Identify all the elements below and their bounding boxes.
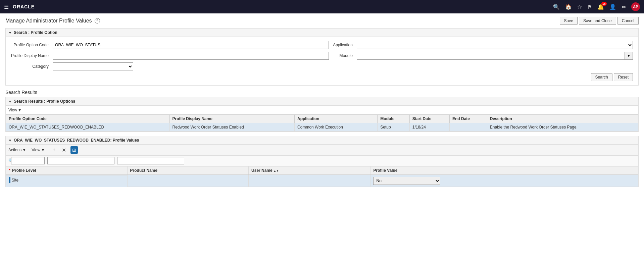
menu-icon[interactable]: ☰ bbox=[4, 4, 9, 10]
flag-icon[interactable]: ⚑ bbox=[587, 4, 592, 10]
cancel-button[interactable]: Cancel bbox=[617, 17, 639, 25]
topbar: ☰ ORACLE 🔍 🏠 ☆ ⚑ 🔔 👤 ⇔ AP bbox=[0, 0, 644, 13]
cell-module: Setup bbox=[378, 123, 409, 132]
reset-button[interactable]: Reset bbox=[614, 73, 633, 81]
search-section-title: Search : Profile Option bbox=[14, 30, 57, 35]
category-select[interactable] bbox=[53, 62, 133, 70]
search-results-section-header[interactable]: ▼ Search Results : Profile Options bbox=[6, 97, 638, 106]
pv-filter-row: 🔍 bbox=[6, 156, 638, 166]
application-label: Application bbox=[333, 43, 353, 47]
filter-user-name[interactable] bbox=[117, 157, 184, 164]
results-view-toolbar: View ▼ bbox=[6, 106, 638, 114]
search-button[interactable]: Search bbox=[591, 73, 612, 81]
page-title: Manage Administrator Profile Values bbox=[5, 18, 92, 24]
search-results-section-title: Search Results : Profile Options bbox=[14, 99, 75, 104]
profile-display-name-input[interactable] bbox=[53, 52, 329, 60]
delete-row-button[interactable]: ✕ bbox=[60, 146, 68, 154]
profile-values-section-header[interactable]: ▼ ORA_WIE_WO_STATUSES_REDWOOD_ENABLED: P… bbox=[6, 136, 638, 145]
profile-values-table: * Profile Level Product Name User Name ▲… bbox=[6, 166, 638, 187]
pv-view-label: View bbox=[32, 148, 40, 152]
page-content: Manage Administrator Profile Values ? Sa… bbox=[0, 13, 644, 191]
pv-cell-user-name bbox=[249, 175, 370, 187]
collapse-arrow-search: ▼ bbox=[8, 31, 12, 35]
col-header-start-date: Start Date bbox=[409, 115, 449, 123]
cell-profile-option-code: ORA_WIE_WO_STATUSES_REDWOOD_ENABLED bbox=[6, 123, 170, 132]
pv-actions-btn[interactable]: Actions ▼ bbox=[8, 148, 26, 152]
avatar[interactable]: AP bbox=[631, 2, 640, 11]
search-form: Profile Option Code Application Profile … bbox=[11, 41, 633, 70]
col-header-profile-display-name: Profile Display Name bbox=[169, 115, 295, 123]
cell-start-date: 1/18/24 bbox=[409, 123, 449, 132]
search-section-body: Profile Option Code Application Profile … bbox=[6, 37, 638, 85]
category-label: Category bbox=[11, 64, 49, 69]
page-title-row: Manage Administrator Profile Values ? Sa… bbox=[5, 17, 639, 25]
user-icon[interactable]: 👤 bbox=[609, 4, 616, 10]
page-title-left: Manage Administrator Profile Values ? bbox=[5, 18, 100, 24]
filter-product-name[interactable] bbox=[47, 157, 114, 164]
results-view-label: View bbox=[8, 108, 17, 112]
oracle-logo: ORACLE bbox=[13, 4, 35, 9]
search-section-header[interactable]: ▼ Search : Profile Option bbox=[6, 29, 638, 37]
module-dropdown-button[interactable]: ▼ bbox=[625, 52, 633, 60]
favorites-icon[interactable]: ☆ bbox=[577, 4, 582, 10]
profile-values-section-title: ORA_WIE_WO_STATUSES_REDWOOD_ENABLED: Pro… bbox=[14, 138, 139, 143]
row-indicator bbox=[9, 177, 10, 183]
module-input[interactable] bbox=[357, 52, 625, 60]
add-row-button[interactable]: + bbox=[50, 146, 58, 154]
cell-description: Enable the Redwood Work Order Statuses P… bbox=[487, 123, 638, 132]
search-results-section: ▼ Search Results : Profile Options View … bbox=[5, 97, 639, 132]
filter-profile-level[interactable] bbox=[11, 157, 45, 164]
profile-values-toolbar: Actions ▼ View ▼ + ✕ ⊞ bbox=[6, 145, 638, 156]
col-header-module: Module bbox=[378, 115, 409, 123]
search-icon[interactable]: 🔍 bbox=[553, 4, 560, 10]
profile-option-code-label: Profile Option Code bbox=[11, 43, 49, 47]
pv-table-row[interactable]: Site No Yes bbox=[6, 175, 638, 187]
col-header-application: Application bbox=[295, 115, 378, 123]
home-icon[interactable]: 🏠 bbox=[565, 4, 572, 10]
col-header-description: Description bbox=[487, 115, 638, 123]
profile-display-name-label: Profile Display Name bbox=[11, 53, 49, 58]
help-icon[interactable]: ? bbox=[95, 18, 100, 23]
sort-arrows-user-name[interactable]: ▲▼ bbox=[274, 170, 279, 172]
col-header-end-date: End Date bbox=[450, 115, 487, 123]
pv-actions-arrow: ▼ bbox=[22, 148, 26, 152]
results-table-wrapper: Profile Option Code Profile Display Name… bbox=[6, 114, 638, 132]
page-title-buttons: Save Save and Close Cancel bbox=[560, 17, 639, 25]
search-results-heading: Search Results bbox=[5, 90, 639, 95]
cell-application: Common Work Execution bbox=[295, 123, 378, 132]
notifications-icon[interactable]: 🔔 bbox=[597, 4, 604, 10]
pv-col-header-profile-value: Profile Value bbox=[370, 166, 638, 175]
col-header-profile-option-code: Profile Option Code bbox=[6, 115, 170, 123]
profile-value-select[interactable]: No Yes bbox=[373, 177, 440, 185]
table-row[interactable]: ORA_WIE_WO_STATUSES_REDWOOD_ENABLED Redw… bbox=[6, 123, 638, 132]
search-actions: Search Reset bbox=[11, 73, 633, 81]
cell-end-date bbox=[450, 123, 487, 132]
profile-option-code-input[interactable] bbox=[53, 41, 329, 49]
collapse-arrow-results: ▼ bbox=[8, 100, 12, 103]
pv-cell-profile-value[interactable]: No Yes bbox=[370, 175, 638, 187]
collapse-arrow-profile-values: ▼ bbox=[8, 139, 12, 142]
search-profile-option-section: ▼ Search : Profile Option Profile Option… bbox=[5, 28, 639, 86]
cell-profile-display-name: Redwood Work Order Statuses Enabled bbox=[169, 123, 295, 132]
pv-view-btn[interactable]: View ▼ bbox=[32, 148, 45, 152]
detach-button[interactable]: ⊞ bbox=[70, 146, 78, 154]
topbar-left: ☰ ORACLE bbox=[4, 4, 35, 10]
pv-col-header-product-name: Product Name bbox=[127, 166, 248, 175]
application-select[interactable] bbox=[357, 41, 633, 49]
pv-actions-label: Actions bbox=[8, 148, 21, 152]
profile-values-section: ▼ ORA_WIE_WO_STATUSES_REDWOOD_ENABLED: P… bbox=[5, 136, 639, 187]
pv-cell-product-name bbox=[127, 175, 248, 187]
module-label: Module bbox=[333, 53, 353, 58]
save-and-close-button[interactable]: Save and Close bbox=[579, 17, 616, 25]
results-view-btn[interactable]: View ▼ bbox=[8, 108, 22, 112]
pv-col-header-user-name: User Name ▲▼ bbox=[249, 166, 370, 175]
switch-icon[interactable]: ⇔ bbox=[622, 4, 626, 10]
topbar-right: 🔍 🏠 ☆ ⚑ 🔔 👤 ⇔ AP bbox=[553, 2, 640, 11]
filter-row-indicator: 🔍 bbox=[8, 158, 11, 163]
required-star: * bbox=[9, 168, 10, 173]
pv-view-arrow: ▼ bbox=[41, 148, 45, 152]
save-button[interactable]: Save bbox=[560, 17, 578, 25]
results-table: Profile Option Code Profile Display Name… bbox=[6, 114, 638, 132]
results-view-arrow: ▼ bbox=[18, 108, 22, 112]
pv-cell-profile-level: Site bbox=[6, 175, 127, 185]
